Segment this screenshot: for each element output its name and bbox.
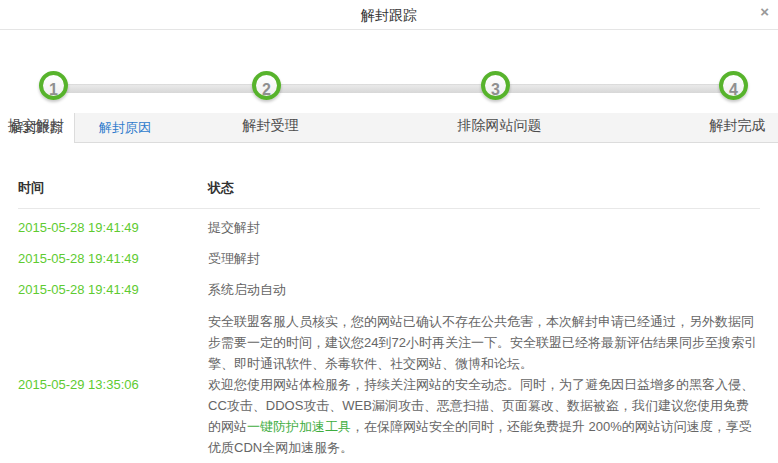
step-2-label: 解封受理 xyxy=(243,117,299,135)
step-1-label: 提交解封 xyxy=(8,117,64,135)
page-title: 解封跟踪 xyxy=(0,0,778,30)
row-status: 安全联盟客服人员核实，您的网站已确认不存在公共危害，本次解封申请已经通过，另外数… xyxy=(208,311,760,458)
dialog-header: 解封跟踪 × xyxy=(0,0,778,30)
row-time: 2015-05-29 13:35:06 xyxy=(18,377,208,392)
row-status: 系统启动自动 xyxy=(208,279,760,300)
row-status: 提交解封 xyxy=(208,217,760,238)
stepper-track xyxy=(57,84,737,93)
status-text: 受理解封 xyxy=(208,251,260,266)
step-submit: 1 提交解封 xyxy=(39,71,76,100)
tab-unblock-reason[interactable]: 解封原因 xyxy=(75,113,175,142)
status-text: 安全联盟客服人员核实，您的网站已确认不存在公共危害，本次解封申请已经通过，另外数… xyxy=(208,314,757,371)
step-4-label: 解封完成 xyxy=(710,117,766,135)
row-status: 受理解封 xyxy=(208,248,760,269)
tab-bar-rest: 解封原因 xyxy=(75,113,778,143)
row-time: 2015-05-28 19:41:49 xyxy=(18,251,208,266)
step-4-circle: 4 xyxy=(719,71,748,100)
row-time: 2015-05-28 19:41:49 xyxy=(18,220,208,235)
table-row: 2015-05-29 13:35:06 安全联盟客服人员核实，您的网站已确认不存… xyxy=(18,305,760,463)
step-accept: 2 解封受理 xyxy=(252,71,289,100)
step-complete: 4 解封完成 xyxy=(719,71,756,100)
close-icon[interactable]: × xyxy=(760,0,769,24)
step-2-circle: 2 xyxy=(252,71,281,100)
progress-stepper: 1 提交解封 2 解封受理 3 排除网站问题 4 解封完成 xyxy=(0,30,778,113)
step-resolve-issues: 3 排除网站问题 xyxy=(481,71,518,100)
table-header: 时间 状态 xyxy=(18,179,760,209)
tab-bar: 解封跟踪 解封原因 xyxy=(0,113,778,143)
column-header-status: 状态 xyxy=(208,179,760,197)
tracking-table: 时间 状态 2015-05-28 19:41:49 提交解封 2015-05-2… xyxy=(0,179,778,463)
table-row: 2015-05-28 19:41:49 系统启动自动 xyxy=(18,274,760,305)
status-text: 提交解封 xyxy=(208,220,260,235)
step-3-label: 排除网站问题 xyxy=(458,117,542,135)
column-header-time: 时间 xyxy=(18,179,208,197)
unblock-tracking-dialog: 解封跟踪 × 1 提交解封 2 解封受理 3 排除网站问题 4 解封完成 解封跟… xyxy=(0,0,778,463)
status-text: 系统启动自动 xyxy=(208,282,286,297)
table-body: 2015-05-28 19:41:49 提交解封 2015-05-28 19:4… xyxy=(18,212,760,463)
protection-tool-link[interactable]: 一键防护加速工具 xyxy=(247,419,351,434)
table-row: 2015-05-28 19:41:49 提交解封 xyxy=(18,212,760,243)
table-row: 2015-05-28 19:41:49 受理解封 xyxy=(18,243,760,274)
row-time: 2015-05-28 19:41:49 xyxy=(18,282,208,297)
step-1-circle: 1 xyxy=(39,71,68,100)
step-3-circle: 3 xyxy=(481,71,510,100)
